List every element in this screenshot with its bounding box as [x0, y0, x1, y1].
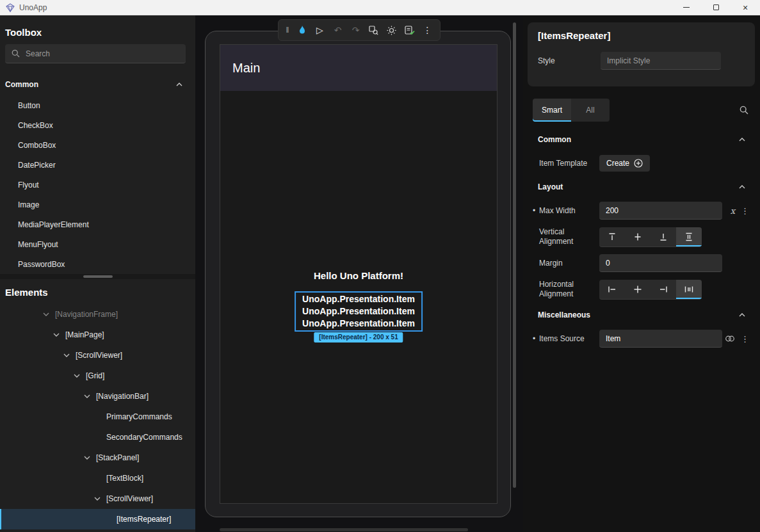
- max-width-input[interactable]: [599, 202, 722, 220]
- align-left-button[interactable]: [599, 280, 625, 299]
- tree-item-label: [ScrollViewer]: [106, 494, 153, 503]
- section-miscellaneous[interactable]: Miscellaneous: [533, 303, 750, 326]
- toolbox-item-datepicker[interactable]: DatePicker: [0, 155, 195, 175]
- repeater-item[interactable]: UnoApp.Presentation.Item: [302, 318, 415, 330]
- close-button[interactable]: ×: [731, 0, 760, 15]
- device-screen[interactable]: Main Hello Uno Platform! UnoApp.Presenta…: [220, 44, 497, 504]
- tree-item-label: [Grid]: [86, 371, 104, 380]
- toolbox-item-menuflyout[interactable]: MenuFlyout: [0, 234, 195, 254]
- toolbox-item-checkbox[interactable]: CheckBox: [0, 115, 195, 135]
- align-stretch-vertical-button[interactable]: [676, 227, 702, 246]
- chevron-up-icon: [739, 138, 745, 141]
- style-input[interactable]: [601, 52, 721, 70]
- design-canvas[interactable]: ‖ ▷ ↶ ↷ ⋮ Main Hello Uno Platform! UnoAp…: [195, 15, 523, 532]
- element-picker-icon[interactable]: [365, 22, 382, 39]
- toolbox-search[interactable]: [5, 44, 186, 63]
- tree-item-secondarycommands[interactable]: SecondaryCommands: [0, 427, 195, 447]
- maximize-icon: [713, 4, 719, 10]
- tree-item-scrollviewer[interactable]: [ScrollViewer]: [0, 345, 195, 366]
- section-common[interactable]: Common: [533, 128, 750, 151]
- app-page-content[interactable]: Hello Uno Platform! UnoApp.Presentation.…: [220, 91, 497, 503]
- tree-item-navigationframe[interactable]: [NavigationFrame]: [0, 304, 195, 325]
- vertical-alignment-label: Vertical Alignment: [539, 227, 599, 246]
- margin-label: Margin: [539, 259, 599, 268]
- more-options-icon[interactable]: ⋮: [741, 206, 749, 216]
- tree-item-mainpage[interactable]: [MainPage]: [0, 325, 195, 345]
- items-repeater-selection[interactable]: UnoApp.Presentation.Item UnoApp.Presenta…: [295, 291, 423, 332]
- toolbox-item-mediaplayerelement[interactable]: MediaPlayerElement: [0, 214, 195, 234]
- chevron-up-icon: [739, 313, 745, 317]
- titlebar: UnoApp ×: [0, 0, 760, 15]
- tree-item-itemsrepeater[interactable]: [ItemsRepeater]: [0, 509, 195, 529]
- repeater-item[interactable]: UnoApp.Presentation.Item: [302, 305, 415, 318]
- tree-item-grid[interactable]: [Grid]: [0, 366, 195, 386]
- items-source-input[interactable]: [599, 330, 722, 348]
- app-page-header[interactable]: Main: [220, 45, 497, 91]
- tab-smart[interactable]: Smart: [533, 99, 571, 122]
- align-stretch-horizontal-button[interactable]: [676, 280, 702, 299]
- minimize-icon: [683, 7, 690, 8]
- play-icon[interactable]: ▷: [311, 22, 328, 39]
- chevron-down-icon[interactable]: [82, 453, 92, 463]
- chevron-down-icon[interactable]: [82, 391, 92, 401]
- tree-item-label: [TextBlock]: [106, 474, 143, 483]
- toolbox-section-common[interactable]: Common: [0, 74, 195, 95]
- toolbox-item-passwordbox[interactable]: PasswordBox: [0, 254, 195, 274]
- more-options-icon[interactable]: ⋮: [419, 22, 436, 39]
- tree-item-textblock[interactable]: [TextBlock]: [0, 468, 195, 488]
- maximize-button[interactable]: [701, 0, 731, 15]
- margin-input[interactable]: [599, 254, 722, 272]
- create-template-button[interactable]: Create: [599, 155, 650, 172]
- horizontal-alignment-group: [599, 280, 702, 300]
- repeater-item[interactable]: UnoApp.Presentation.Item: [302, 293, 415, 305]
- app-title: UnoApp: [19, 3, 47, 12]
- toolbox-search-input[interactable]: [26, 49, 179, 58]
- chevron-up-icon: [176, 83, 182, 86]
- toolbox-item-button[interactable]: Button: [0, 95, 195, 115]
- tree-item-scrollviewer-2[interactable]: [ScrollViewer]: [0, 488, 195, 509]
- chevron-down-icon[interactable]: [92, 494, 102, 504]
- chevron-down-icon[interactable]: [51, 330, 61, 340]
- properties-search-button[interactable]: [740, 106, 751, 115]
- hello-text[interactable]: Hello Uno Platform!: [220, 270, 497, 281]
- panel-splitter[interactable]: [0, 274, 195, 279]
- tree-item-navigationbar[interactable]: [NavigationBar]: [0, 386, 195, 407]
- chevron-down-icon[interactable]: [41, 309, 51, 319]
- hot-reload-flame-icon[interactable]: [293, 22, 311, 39]
- property-row-item-template: Item Template Create: [533, 151, 750, 175]
- tab-all[interactable]: All: [571, 99, 610, 122]
- align-center-horizontal-button[interactable]: [625, 280, 651, 299]
- canvas-horizontal-scrollbar[interactable]: [220, 528, 468, 531]
- toolbar-grip-icon[interactable]: ‖: [282, 22, 293, 39]
- tree-item-primarycommands[interactable]: PrimaryCommands: [0, 407, 195, 427]
- selected-element-card: [ItemsRepeater] Style: [528, 22, 755, 86]
- align-right-button[interactable]: [651, 280, 676, 299]
- items-source-label: Items Source: [539, 334, 599, 344]
- toolbox-item-combobox[interactable]: ComboBox: [0, 135, 195, 155]
- more-options-icon[interactable]: ⋮: [741, 334, 749, 344]
- undo-icon[interactable]: ↶: [329, 22, 346, 39]
- redo-icon[interactable]: ↷: [347, 22, 364, 39]
- section-layout[interactable]: Layout: [533, 175, 750, 198]
- binding-icon[interactable]: [725, 335, 735, 343]
- toolbox-item-image[interactable]: Image: [0, 195, 195, 214]
- toolbox-item-flyout[interactable]: Flyout: [0, 175, 195, 195]
- validation-check-icon[interactable]: [401, 22, 418, 39]
- chevron-down-icon[interactable]: [72, 371, 82, 381]
- align-bottom-button[interactable]: [651, 227, 676, 246]
- canvas-vertical-scrollbar[interactable]: [513, 22, 516, 488]
- minimize-button[interactable]: [672, 0, 701, 15]
- elements-title: Elements: [0, 279, 195, 299]
- style-row: Style: [538, 52, 745, 70]
- tree-item-stackpanel[interactable]: [StackPanel]: [0, 447, 195, 468]
- align-top-button[interactable]: [599, 227, 625, 246]
- tree-item-label: [ItemsRepeater]: [117, 515, 171, 524]
- theme-toggle-sun-icon[interactable]: [383, 22, 400, 39]
- tree-item-label: PrimaryCommands: [106, 412, 172, 421]
- section-layout-label: Layout: [538, 182, 563, 191]
- chevron-down-icon[interactable]: [61, 350, 72, 360]
- elements-tree: [NavigationFrame] [MainPage] [ScrollView…: [0, 304, 195, 529]
- align-center-vertical-button[interactable]: [625, 227, 651, 246]
- binding-expression-icon[interactable]: x: [731, 206, 735, 216]
- property-row-horizontal-alignment: Horizontal Alignment: [533, 275, 750, 303]
